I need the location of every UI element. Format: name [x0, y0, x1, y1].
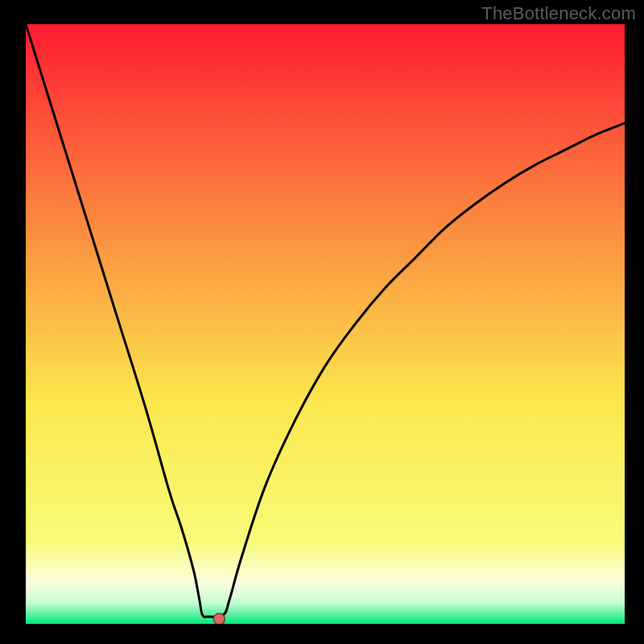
- bottleneck-curve: [26, 24, 625, 617]
- plot-area: [26, 24, 625, 624]
- watermark-text: TheBottleneck.com: [481, 3, 636, 24]
- chart-stage: TheBottleneck.com: [0, 0, 644, 644]
- curve-layer: [26, 24, 625, 624]
- minimum-marker-dot: [213, 613, 225, 624]
